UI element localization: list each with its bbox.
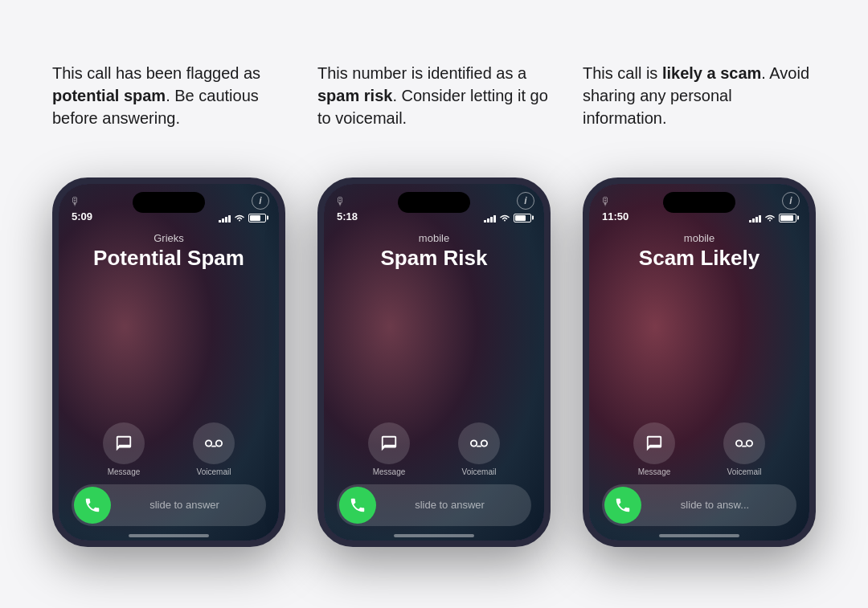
info-button-1[interactable]: i <box>252 192 269 210</box>
svg-point-4 <box>481 440 487 446</box>
description-spam-risk: This number is identified as a spam risk… <box>317 62 551 158</box>
info-button-2[interactable]: i <box>517 192 534 210</box>
slide-to-answer-1[interactable]: slide to answer <box>72 484 266 526</box>
message-circle-3 <box>633 422 675 464</box>
svg-point-0 <box>206 440 211 446</box>
phone-mockup-2: 5:18 <box>317 178 551 547</box>
message-action-3[interactable]: Message <box>633 422 675 476</box>
voicemail-icon-3 <box>735 438 753 449</box>
battery-fill-1 <box>250 215 260 221</box>
bar2 <box>222 218 224 222</box>
bottom-actions-2: Message Voicemail <box>324 422 544 476</box>
message-action-1[interactable]: Message <box>103 422 145 476</box>
phone-icon-2 <box>349 496 366 514</box>
voicemail-circle-3 <box>723 422 765 464</box>
phone-screen-1: 5:09 <box>59 184 279 541</box>
bar3 <box>225 217 227 222</box>
voicemail-icon-1 <box>205 438 223 449</box>
mic-icon-3: 🎙 <box>600 195 612 208</box>
mic-icon-2: 🎙 <box>335 195 346 208</box>
battery-icon-1 <box>248 214 266 222</box>
section-potential-spam: This call has been flagged as potential … <box>36 62 301 547</box>
caller-source-3: mobile <box>684 232 714 244</box>
caller-name-1: Potential Spam <box>85 246 252 271</box>
message-icon-2 <box>380 435 398 452</box>
status-time-3: 11:50 <box>602 210 628 222</box>
status-icons-1 <box>219 214 266 222</box>
battery-tip-1 <box>267 216 268 220</box>
status-time-1: 5:09 <box>72 210 92 222</box>
mic-icon-1: 🎙 <box>70 195 81 208</box>
svg-point-6 <box>736 440 742 446</box>
wifi-icon-2 <box>499 214 510 222</box>
phone-screen-2: 5:18 <box>324 184 544 541</box>
battery-icon-3 <box>779 214 796 222</box>
svg-point-1 <box>216 440 222 446</box>
phone-screen-3: 11:50 <box>589 184 809 541</box>
status-icons-2 <box>484 214 531 222</box>
bottom-actions-3: Message Voicemail <box>589 422 809 476</box>
svg-point-7 <box>747 440 752 446</box>
voicemail-circle-1 <box>193 422 235 464</box>
voicemail-label-3: Voicemail <box>727 467 762 476</box>
status-icons-3 <box>749 214 796 222</box>
caller-name-3: Scam Likely <box>631 246 768 271</box>
voicemail-action-3[interactable]: Voicemail <box>723 422 765 476</box>
message-icon-3 <box>645 435 663 452</box>
status-time-2: 5:18 <box>337 210 358 222</box>
battery-fill-3 <box>780 215 793 221</box>
message-label-3: Message <box>638 467 671 476</box>
signal-bars-3 <box>749 214 761 222</box>
caller-info-3: mobile Scam Likely <box>589 232 809 271</box>
wifi-icon-1 <box>234 214 245 222</box>
battery-icon-2 <box>514 214 531 222</box>
phone-icon-1 <box>84 496 101 514</box>
answer-button-2[interactable] <box>339 487 376 524</box>
answer-button-1[interactable] <box>74 487 111 524</box>
message-circle-2 <box>368 422 410 464</box>
phone-icon-3 <box>614 496 632 514</box>
home-indicator-3 <box>659 534 739 537</box>
bar1 <box>219 220 221 222</box>
voicemail-label-1: Voicemail <box>197 467 231 476</box>
signal-bars-2 <box>484 214 496 222</box>
home-indicator-2 <box>394 534 474 537</box>
description-scam-likely: This call is likely a scam. Avoid sharin… <box>583 62 816 158</box>
slide-text-2: slide to answer <box>376 499 531 511</box>
page-container: This call has been flagged as potential … <box>0 30 868 579</box>
phone-mockup-3: 11:50 <box>583 178 816 547</box>
message-action-2[interactable]: Message <box>368 422 410 476</box>
battery-fill-2 <box>515 215 526 221</box>
dynamic-island-1 <box>133 192 205 213</box>
bar1 <box>484 220 486 222</box>
bar4 <box>228 215 231 222</box>
bar3 <box>490 217 493 222</box>
phone-mockup-1: 5:09 <box>52 178 285 547</box>
section-spam-risk: This number is identified as a spam risk… <box>301 62 567 547</box>
caller-source-1: Grieks <box>154 232 184 244</box>
answer-button-3[interactable] <box>604 487 641 524</box>
bar4 <box>493 215 496 222</box>
caller-name-2: Spam Risk <box>373 246 496 271</box>
message-circle-1 <box>103 422 145 464</box>
battery-tip-3 <box>797 216 799 220</box>
bar3 <box>755 217 758 222</box>
slide-text-3: slide to answ... <box>641 499 796 511</box>
slide-to-answer-3[interactable]: slide to answ... <box>602 484 796 526</box>
message-label-1: Message <box>108 467 141 476</box>
caller-info-1: Grieks Potential Spam <box>59 232 279 271</box>
slide-to-answer-2[interactable]: slide to answer <box>337 484 531 526</box>
dynamic-island-3 <box>663 192 735 213</box>
wifi-icon-3 <box>764 214 776 222</box>
voicemail-action-2[interactable]: Voicemail <box>458 422 500 476</box>
info-button-3[interactable]: i <box>782 192 800 210</box>
message-label-2: Message <box>373 467 406 476</box>
caller-info-2: mobile Spam Risk <box>324 232 544 271</box>
signal-bars-1 <box>219 214 231 222</box>
description-potential-spam: This call has been flagged as potential … <box>52 62 285 158</box>
bar1 <box>749 220 751 222</box>
caller-source-2: mobile <box>419 232 449 244</box>
slide-text-1: slide to answer <box>111 499 266 511</box>
section-scam-likely: This call is likely a scam. Avoid sharin… <box>567 62 832 547</box>
voicemail-action-1[interactable]: Voicemail <box>193 422 235 476</box>
